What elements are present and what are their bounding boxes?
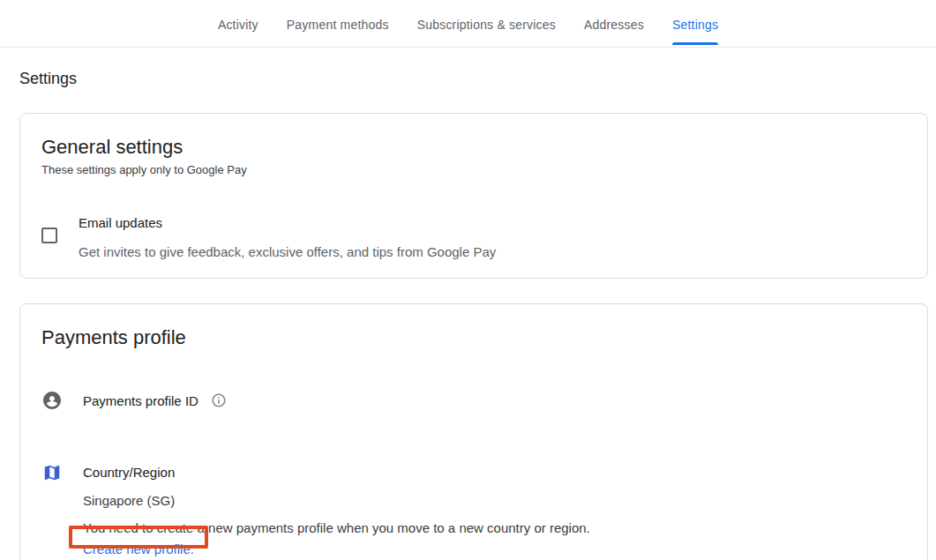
payments-profile-id-label: Payments profile ID <box>83 393 198 408</box>
email-updates-description: Get invites to give feedback, exclusive … <box>79 244 496 260</box>
general-settings-card: General settings These settings apply on… <box>19 113 928 279</box>
payments-profile-card: Payments profile Payments profile ID Cou… <box>19 303 928 560</box>
create-new-profile-link[interactable]: Create new profile. <box>83 541 194 556</box>
tab-addresses[interactable]: Addresses <box>584 0 644 47</box>
email-updates-label: Email updates <box>79 215 496 231</box>
country-region-label: Country/Region <box>83 465 590 480</box>
tab-payment-methods[interactable]: Payment methods <box>287 0 389 47</box>
tab-settings[interactable]: Settings <box>672 0 718 47</box>
top-tab-bar: Activity Payment methods Subscriptions &… <box>0 0 936 48</box>
account-circle-icon <box>41 390 63 411</box>
tab-activity[interactable]: Activity <box>218 0 258 47</box>
email-updates-row: Email updates Get invites to give feedba… <box>41 215 906 260</box>
tab-subscriptions-services[interactable]: Subscriptions & services <box>417 0 556 47</box>
payments-profile-id-row: Payments profile ID <box>41 390 906 411</box>
country-region-note: You need to create a new payments profil… <box>83 520 590 536</box>
country-region-value: Singapore (SG) <box>83 493 590 508</box>
info-icon[interactable] <box>211 392 227 408</box>
general-settings-title: General settings <box>41 136 906 159</box>
country-region-row: Country/Region Singapore (SG) You need t… <box>41 463 906 557</box>
payments-profile-title: Payments profile <box>41 326 906 349</box>
general-settings-subtitle: These settings apply only to Google Pay <box>41 163 906 176</box>
email-updates-checkbox[interactable] <box>41 228 57 243</box>
map-icon <box>41 463 63 482</box>
page-title: Settings <box>19 70 936 88</box>
